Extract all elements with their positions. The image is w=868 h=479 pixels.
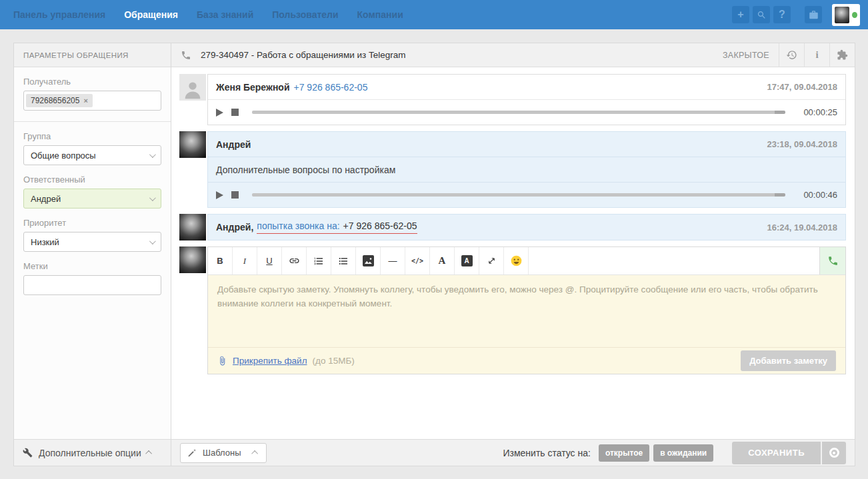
nav-tab-tickets[interactable]: Обращения <box>115 0 187 29</box>
plus-icon: + <box>737 9 743 21</box>
agent-avatar <box>179 131 206 158</box>
horizontal-rule-button[interactable]: — <box>381 247 405 274</box>
green-phone-icon <box>827 255 839 266</box>
user-menu[interactable] <box>832 4 860 26</box>
bold-button[interactable]: B <box>208 247 233 274</box>
status-open-button[interactable]: открытое <box>599 444 649 462</box>
recipient-label: Получатель <box>23 77 161 87</box>
stop-button[interactable] <box>231 109 239 116</box>
insert-image-button[interactable] <box>356 247 381 274</box>
attachment-row: Прикрепить файл (до 15МБ) Добавить замет… <box>208 347 845 374</box>
ticket-params-panel: ПАРАМЕТРЫ ОБРАЩЕНИЯ Получатель 792686562… <box>13 43 171 466</box>
emoji-button[interactable] <box>504 247 529 274</box>
nav-tab-companies[interactable]: Компании <box>348 0 413 29</box>
info-icon: i <box>815 49 818 61</box>
message-header: Женя Бережной +7 926 865-62-05 17:47, 09… <box>208 75 845 100</box>
play-button[interactable] <box>216 191 223 199</box>
attach-size-limit: (до 15МБ) <box>313 356 355 366</box>
search-button[interactable] <box>753 6 770 23</box>
message-body: Андрей, попытка звонка на: +7 926 865-62… <box>207 214 846 240</box>
ticket-status-label: ЗАКРЫТОЕ <box>723 51 779 60</box>
audio-progress-bar[interactable] <box>252 111 785 114</box>
message-timestamp: 23:18, 09.04.2018 <box>767 139 837 149</box>
call-attempt-link[interactable]: попытка звонка на: <box>257 221 339 231</box>
phone-number-link[interactable]: +7 926 865-62-05 <box>294 82 368 93</box>
note-input[interactable]: Добавьте скрытую заметку. Упомянуть колл… <box>208 275 845 347</box>
online-status-dot <box>852 12 857 18</box>
play-button[interactable] <box>216 109 223 117</box>
user-avatar <box>835 7 849 23</box>
group-value: Общие вопросы <box>31 151 96 161</box>
save-options-button[interactable] <box>822 442 846 464</box>
message-card: Андрей 23:18, 09.04.2018 Дополнительные … <box>179 131 846 208</box>
nav-tab-dashboard[interactable]: Панель управления <box>4 0 115 29</box>
group-label: Группа <box>23 131 161 141</box>
history-icon <box>786 49 797 61</box>
audio-progress-bar[interactable] <box>252 193 785 197</box>
link-button[interactable] <box>282 247 307 274</box>
italic-button[interactable]: I <box>233 247 257 274</box>
chevron-down-icon <box>149 151 156 158</box>
sidebar-body: Получатель 79268656205 × Группа Общие во… <box>14 67 171 304</box>
assignee-label: Ответственный <box>23 175 161 185</box>
assignee-value: Андрей <box>31 194 61 204</box>
change-status-label: Изменить статус на: <box>503 448 590 458</box>
recipient-input[interactable]: 79268656205 × <box>23 91 161 111</box>
question-icon: ? <box>779 9 785 21</box>
expand-editor-button[interactable] <box>479 247 504 274</box>
save-button[interactable]: СОХРАНИТЬ <box>732 442 821 464</box>
ordered-list-button[interactable] <box>307 247 331 274</box>
create-button[interactable]: + <box>732 6 749 23</box>
sidebar-footer: Дополнительные опции <box>14 439 171 466</box>
more-options-toggle[interactable]: Дополнительные опции <box>23 448 152 458</box>
message-header: Андрей, попытка звонка на: +7 926 865-62… <box>208 215 845 240</box>
message-text-row: Дополнительные вопросы по настройкам <box>208 157 845 183</box>
background-color-button[interactable]: A <box>455 247 479 274</box>
conversation-area: Женя Бережной +7 926 865-62-05 17:47, 09… <box>171 67 855 439</box>
sidebar-divider <box>14 121 171 122</box>
bullet-list-button[interactable] <box>331 247 356 274</box>
add-note-button[interactable]: Добавить заметку <box>741 350 836 371</box>
call-attempt-phone: +7 926 865-62-05 <box>343 221 417 231</box>
client-avatar <box>179 74 206 101</box>
message-timestamp: 16:24, 19.04.2018 <box>767 223 837 233</box>
help-button[interactable]: ? <box>773 6 791 23</box>
message-author: Женя Бережной <box>216 82 290 93</box>
chevron-up-icon <box>145 450 152 457</box>
group-select[interactable]: Общие вопросы <box>23 145 161 165</box>
paperclip-icon <box>217 356 227 366</box>
nav-actions: + ? <box>732 4 868 26</box>
editor-toolbar: B I U — </> <box>208 247 845 275</box>
history-button[interactable] <box>779 43 804 67</box>
message-header: Андрей 23:18, 09.04.2018 <box>208 132 845 157</box>
status-pending-button[interactable]: в ожидании <box>653 444 713 462</box>
wrench-icon <box>23 448 33 458</box>
priority-select[interactable]: Низкий <box>23 232 161 252</box>
templates-button[interactable]: Шаблоны <box>180 443 267 463</box>
bullet-list-icon <box>338 256 349 266</box>
attach-file-link[interactable]: Прикрепить файл <box>233 356 307 366</box>
record-icon <box>829 448 839 458</box>
sidebar-title: ПАРАМЕТРЫ ОБРАЩЕНИЯ <box>14 43 171 67</box>
workspace-button[interactable] <box>805 6 822 23</box>
code-button[interactable]: </> <box>405 247 430 274</box>
call-button[interactable] <box>819 247 845 274</box>
merge-button[interactable] <box>829 43 855 67</box>
person-icon <box>181 78 204 101</box>
message-card: Женя Бережной +7 926 865-62-05 17:47, 09… <box>179 74 846 125</box>
ticket-header: 279-340497 - Работа с обращениями из Tel… <box>171 43 855 67</box>
message-body: Андрей 23:18, 09.04.2018 Дополнительные … <box>207 131 846 208</box>
top-navbar: Панель управления Обращения База знаний … <box>0 0 868 29</box>
tags-input[interactable] <box>23 275 161 295</box>
underline-button[interactable]: U <box>257 247 282 274</box>
stop-button[interactable] <box>231 191 239 199</box>
info-button[interactable]: i <box>804 43 829 67</box>
agent-avatar <box>179 246 206 273</box>
font-color-button[interactable]: A <box>430 247 455 274</box>
note-input-area: Добавьте скрытую заметку. Упомянуть колл… <box>208 275 845 374</box>
more-options-label: Дополнительные опции <box>39 448 141 458</box>
assignee-select[interactable]: Андрей <box>23 189 161 209</box>
nav-tab-knowledge-base[interactable]: База знаний <box>187 0 263 29</box>
remove-recipient-icon[interactable]: × <box>83 97 87 105</box>
nav-tab-users[interactable]: Пользователи <box>263 0 347 29</box>
